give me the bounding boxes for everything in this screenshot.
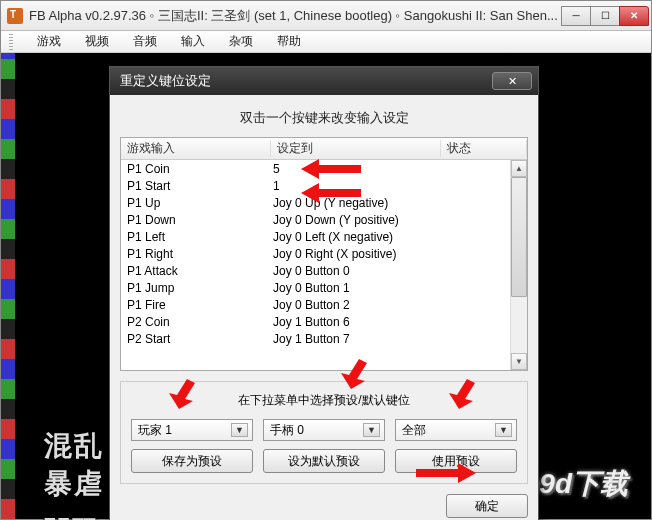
menu-item[interactable]: 输入 <box>169 30 217 53</box>
scroll-thumb[interactable] <box>511 177 527 297</box>
dialog-instruction: 双击一个按键来改变输入设定 <box>120 109 528 127</box>
set-default-button[interactable]: 设为默认预设 <box>263 449 385 473</box>
table-row[interactable]: P2 CoinJoy 1 Button 6 <box>121 313 527 330</box>
table-row[interactable]: P1 Coin5 <box>121 160 527 177</box>
column-header-mapped[interactable]: 设定到 <box>271 140 441 157</box>
column-header-status[interactable]: 状态 <box>441 140 527 157</box>
table-row[interactable]: P1 RightJoy 0 Right (X positive) <box>121 245 527 262</box>
cell-mapped: Joy 0 Button 2 <box>271 298 441 312</box>
cell-input: P1 Right <box>121 247 271 261</box>
preset-title: 在下拉菜单中选择预设/默认键位 <box>131 390 517 409</box>
table-body[interactable]: P1 Coin5P1 Start1P1 UpJoy 0 Up (Y negati… <box>121 160 527 371</box>
key-mapping-table: 游戏输入 设定到 状态 P1 Coin5P1 Start1P1 UpJoy 0 … <box>120 137 528 371</box>
save-preset-button[interactable]: 保存为预设 <box>131 449 253 473</box>
main-titlebar[interactable]: FB Alpha v0.2.97.36 ◦ 三国志II: 三圣剑 (set 1,… <box>1 1 651 31</box>
cell-input: P1 Attack <box>121 264 271 278</box>
table-row[interactable]: P1 UpJoy 0 Up (Y negative) <box>121 194 527 211</box>
window-title: FB Alpha v0.2.97.36 ◦ 三国志II: 三圣剑 (set 1,… <box>29 7 562 25</box>
table-row[interactable]: P1 Start1 <box>121 177 527 194</box>
cell-mapped: Joy 0 Left (X negative) <box>271 230 441 244</box>
main-window: FB Alpha v0.2.97.36 ◦ 三国志II: 三圣剑 (set 1,… <box>0 0 652 520</box>
menubar: 游戏视频音频输入杂项帮助 <box>1 31 651 53</box>
cell-mapped: 5 <box>271 162 441 176</box>
cell-input: P2 Coin <box>121 315 271 329</box>
dialog-body: 双击一个按键来改变输入设定 游戏输入 设定到 状态 P1 Coin5P1 Sta… <box>110 95 538 520</box>
cell-input: P1 Left <box>121 230 271 244</box>
cell-input: P1 Jump <box>121 281 271 295</box>
preset-section: 在下拉菜单中选择预设/默认键位 玩家 1 手柄 0 全部 保存为预设 设为默认预… <box>120 381 528 484</box>
cell-input: P1 Coin <box>121 162 271 176</box>
window-controls: ─ ☐ ✕ <box>562 6 649 26</box>
cell-input: P1 Down <box>121 213 271 227</box>
table-row[interactable]: P1 JumpJoy 0 Button 1 <box>121 279 527 296</box>
menu-item[interactable]: 音频 <box>121 30 169 53</box>
cell-mapped: Joy 1 Button 7 <box>271 332 441 346</box>
cell-mapped: Joy 0 Down (Y positive) <box>271 213 441 227</box>
game-text: 暴虐 <box>44 465 104 503</box>
cell-input: P1 Up <box>121 196 271 210</box>
cell-input: P2 Start <box>121 332 271 346</box>
menu-grip <box>9 34 13 50</box>
scrollbar[interactable]: ▲ ▼ <box>510 160 527 370</box>
scroll-up-button[interactable]: ▲ <box>511 160 527 177</box>
cell-mapped: Joy 0 Button 0 <box>271 264 441 278</box>
cell-mapped: Joy 0 Up (Y negative) <box>271 196 441 210</box>
menu-item[interactable]: 游戏 <box>25 30 73 53</box>
close-button[interactable]: ✕ <box>619 6 649 26</box>
game-border-art <box>1 53 15 519</box>
key-mapping-dialog: 重定义键位设定 ✕ 双击一个按键来改变输入设定 游戏输入 设定到 状态 P1 C… <box>109 66 539 520</box>
cell-mapped: Joy 1 Button 6 <box>271 315 441 329</box>
device-combo[interactable]: 手柄 0 <box>263 419 385 441</box>
dialog-close-button[interactable]: ✕ <box>492 72 532 90</box>
cell-mapped: 1 <box>271 179 441 193</box>
player-combo[interactable]: 玩家 1 <box>131 419 253 441</box>
menu-item[interactable]: 视频 <box>73 30 121 53</box>
table-row[interactable]: P1 LeftJoy 0 Left (X negative) <box>121 228 527 245</box>
dialog-title: 重定义键位设定 <box>120 72 211 90</box>
use-preset-button[interactable]: 使用预设 <box>395 449 517 473</box>
table-row[interactable]: P2 StartJoy 1 Button 7 <box>121 330 527 347</box>
dialog-titlebar[interactable]: 重定义键位设定 ✕ <box>110 67 538 95</box>
column-header-input[interactable]: 游戏输入 <box>121 140 271 157</box>
menu-item[interactable]: 杂项 <box>217 30 265 53</box>
table-row[interactable]: P1 DownJoy 0 Down (Y positive) <box>121 211 527 228</box>
table-header: 游戏输入 设定到 状态 <box>121 138 527 160</box>
cell-input: P1 Fire <box>121 298 271 312</box>
cell-mapped: Joy 0 Right (X positive) <box>271 247 441 261</box>
menu-item[interactable]: 帮助 <box>265 30 313 53</box>
maximize-button[interactable]: ☐ <box>590 6 620 26</box>
app-icon <box>7 8 23 24</box>
cell-input: P1 Start <box>121 179 271 193</box>
table-row[interactable]: P1 AttackJoy 0 Button 0 <box>121 262 527 279</box>
scope-combo[interactable]: 全部 <box>395 419 517 441</box>
minimize-button[interactable]: ─ <box>561 6 591 26</box>
game-text: 混乱 <box>44 427 104 465</box>
table-row[interactable]: P1 FireJoy 0 Button 2 <box>121 296 527 313</box>
ok-button[interactable]: 确定 <box>446 494 528 518</box>
scroll-down-button[interactable]: ▼ <box>511 353 527 370</box>
cell-mapped: Joy 0 Button 1 <box>271 281 441 295</box>
